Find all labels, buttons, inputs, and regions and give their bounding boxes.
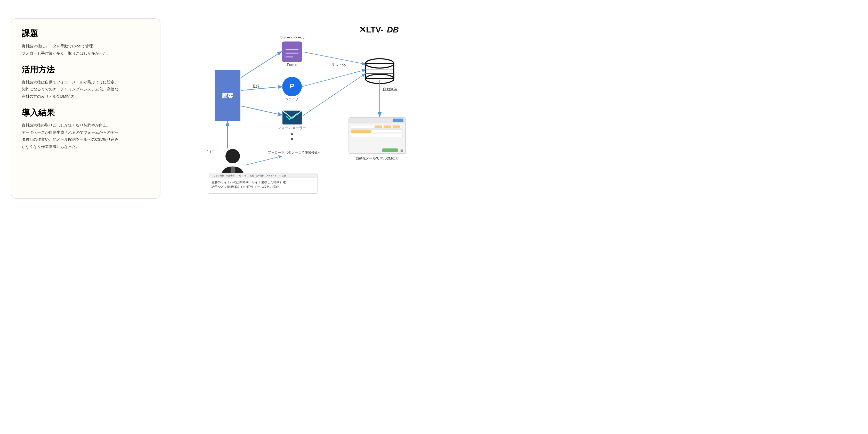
peraichi-label: ペライチ	[285, 97, 299, 101]
right-diagram: ✕LTV- DB 顧客 フォームツール Forms	[171, 18, 424, 199]
svg-rect-22	[351, 130, 371, 133]
svg-rect-24	[383, 126, 391, 128]
svg-rect-21	[351, 134, 402, 137]
table-col5: 性別	[249, 174, 254, 177]
ltv-logo-text: ✕LTV-	[359, 25, 383, 34]
follow-note-label: フォロー※ボタン一つで施策停止へ	[268, 151, 321, 154]
list-label: リスト化	[331, 63, 346, 67]
scenario-green-btn	[382, 148, 398, 152]
trash-icon: 🗑	[400, 148, 403, 153]
svg-rect-1	[366, 63, 394, 79]
table-col7: メールアドレス	[266, 174, 281, 177]
challenge-title: 課題	[22, 28, 38, 39]
method-section: 活用方法 資料請求後は自動でフォローメールが飛ぶように設定。契約になるまでのナー…	[22, 64, 150, 100]
form-mailer-label: フォームメーラー	[278, 126, 306, 130]
svg-rect-25	[393, 126, 400, 128]
svg-line-9	[241, 52, 281, 77]
svg-line-13	[302, 70, 365, 87]
svg-rect-18	[393, 119, 403, 122]
svg-line-12	[303, 52, 365, 64]
result-title: 導入結果	[22, 107, 55, 119]
svg-line-10	[241, 87, 282, 91]
svg-line-14	[302, 74, 365, 116]
dot2	[291, 138, 293, 140]
ltv-logo-db: DB	[387, 25, 399, 34]
svg-rect-23	[375, 126, 382, 128]
diagram-svg: ✕LTV- DB 顧客 フォームツール Forms	[171, 18, 424, 199]
forms-icon-box	[282, 41, 302, 62]
result-body: 資料請求後の取りこぼしが無くなり契約率が向上。データベースが自動生成されるのでフ…	[22, 122, 150, 150]
visit-note-line1: 顧客のサイトへの訪問時間（サイト遷移した時間）電	[212, 180, 286, 184]
svg-line-11	[241, 106, 282, 115]
form-tool-label: フォームツール	[279, 36, 305, 40]
table-col6: 生年月日	[256, 174, 264, 177]
follow-label: フォロー	[205, 149, 219, 153]
auto-mail-label: 自動化メール/リアルDMなど	[355, 157, 399, 160]
table-col2: 出品番号	[226, 174, 235, 177]
method-body: 資料請求後は自動でフォローメールが飛ぶように設定。契約になるまでのナーチャリング…	[22, 78, 150, 100]
person-head	[225, 149, 240, 163]
registration-label: 登録	[252, 84, 259, 88]
forms-label: Forms	[287, 63, 297, 67]
challenge-section: 課題 資料請求後にデータを手動でExcelで管理フォローも手作業が多く、取りこぼ…	[22, 28, 150, 57]
table-col3: 姓	[239, 174, 241, 177]
dot1	[291, 133, 293, 135]
table-col8: 住所	[282, 174, 286, 177]
left-card: 課題 資料請求後にデータを手動でExcelで管理フォローも手作業が多く、取りこぼ…	[11, 18, 160, 199]
customer-label: 顧客	[222, 93, 234, 99]
table-col4: 名	[244, 174, 246, 177]
svg-line-28	[245, 156, 282, 165]
method-title: 活用方法	[22, 64, 55, 75]
svg-text:P: P	[290, 82, 294, 90]
visit-note-line2: 話号などを簡単確認（※HTMLメール設定の場合）	[212, 185, 282, 189]
result-section: 導入結果 資料請求後の取りこぼしが無くなり契約率が向上。データベースが自動生成さ…	[22, 107, 150, 150]
auto-apply-label: 自動施策	[383, 87, 397, 91]
table-col1: クリック回数	[212, 174, 224, 177]
challenge-body: 資料請求後にデータを手動でExcelで管理フォローも手作業が多く、取りこぼしが多…	[22, 42, 150, 57]
main-container: 課題 資料請求後にデータを手動でExcelで管理フォローも手作業が多く、取りこぼ…	[11, 18, 424, 199]
